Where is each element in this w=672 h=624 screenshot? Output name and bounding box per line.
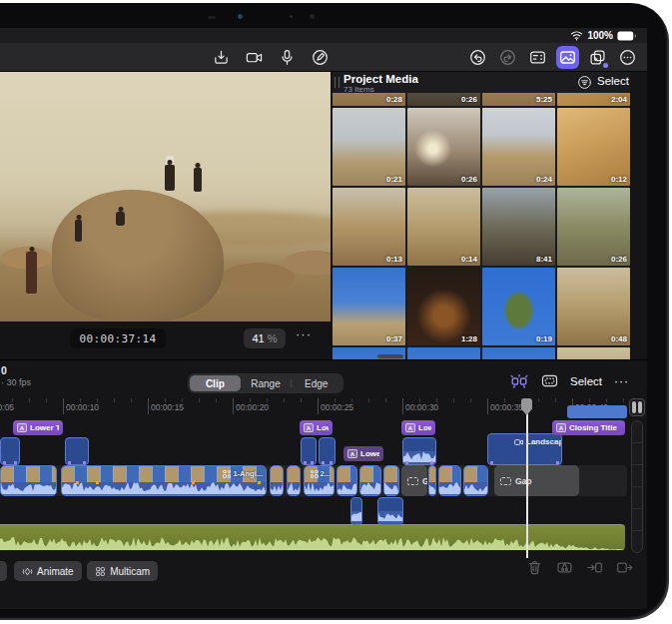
mode-tab-range[interactable]: Range [241,375,292,391]
connected-audio-bar[interactable] [567,405,627,418]
timeline-more-button[interactable]: ··· [614,374,629,388]
gap-clip[interactable]: G [401,465,427,496]
primary-clip[interactable] [438,465,461,496]
ruler-label: 00:00:15 [151,402,184,412]
media-thumbnail[interactable]: 0:48 [557,268,630,345]
clip-duration: 0:37 [386,334,402,343]
media-thumbnail[interactable] [407,347,480,359]
undo-button[interactable] [466,46,489,69]
timeline-zoom-handle[interactable] [629,398,645,416]
primary-clip[interactable] [359,465,381,496]
zoom-level-button[interactable]: 41 % [244,328,286,348]
clip-waveform [1,482,56,495]
clip-waveform [62,482,266,495]
connected-clip[interactable] [319,437,336,465]
media-thumbnail[interactable]: 0:28 [333,93,405,106]
wifi-icon [570,30,583,41]
blade-button[interactable] [556,559,573,576]
title-clip[interactable]: ALow... [300,420,333,435]
media-thumbnail[interactable]: 0:26 [557,188,630,266]
mode-tab-clip[interactable]: Clip [190,375,241,391]
clip-waveform [288,482,300,495]
inspector-button[interactable] [526,46,549,69]
media-thumbnail[interactable] [557,347,630,359]
media-thumbnail[interactable]: 0:14 [407,188,480,266]
insert-button[interactable] [586,559,603,576]
primary-clip[interactable] [287,465,301,496]
primary-clip[interactable] [463,465,488,496]
select-clip-icon[interactable] [541,373,558,388]
effects-button[interactable] [586,46,609,69]
keyframe-marker[interactable] [96,481,99,484]
more-button[interactable] [616,46,639,69]
connected-clip[interactable] [65,437,89,465]
connected-clip[interactable] [0,437,20,465]
primary-clip[interactable]: 1-Angl... [61,465,267,496]
media-browser-button[interactable] [556,46,579,69]
connected-clip[interactable]: Landscap... [487,433,562,465]
primary-clip[interactable] [383,465,399,496]
media-thumbnail[interactable]: 0:24 [482,108,555,186]
viewer[interactable]: 00:00:37:14 41 % ··· [0,72,331,355]
media-thumbnail[interactable]: 0:26 [407,93,480,106]
title-clip[interactable]: ALower... [343,446,383,461]
media-thumbnail[interactable]: 8:41 [482,188,555,266]
audio-clip[interactable] [0,524,625,550]
media-thumbnail[interactable]: 0:13 [333,188,405,266]
viewer-more-button[interactable]: ··· [296,326,312,341]
connected-clip-label: Landscap... [514,437,562,446]
gap-clip[interactable]: Gap [494,465,579,496]
panel-drag-handle[interactable] [335,77,339,88]
clipped-button[interactable] [0,561,7,581]
timecode-display[interactable]: 00:00:37:14 [70,328,166,348]
connected-clip-below[interactable] [350,497,362,525]
keyframe-marker[interactable] [76,481,79,484]
primary-clip[interactable]: 2... [304,465,335,496]
redo-button[interactable] [496,46,519,69]
append-button[interactable] [616,559,633,576]
media-thumbnail[interactable]: 0:26 [407,108,480,186]
clip-duration: 0:13 [386,255,402,264]
media-select-button[interactable]: Select [597,75,629,87]
multicam-icon [223,470,231,478]
mode-tab-edge[interactable]: Edge [291,375,341,391]
title-clip[interactable]: AClosing Title [552,420,625,435]
media-thumbnail[interactable]: 0:12 [557,108,630,186]
clip-filmstrip [439,466,460,482]
animate-button[interactable]: Animate [14,561,82,581]
primary-clip-label: 1-Angl... [223,469,263,478]
media-thumbnail[interactable]: 1:28 [407,268,480,345]
media-thumbnail[interactable]: 5:25 [482,93,555,106]
timeline-select-button[interactable]: Select [570,375,602,387]
filter-icon[interactable] [577,75,592,90]
media-thumbnail[interactable] [482,347,555,359]
primary-clip[interactable] [428,465,436,496]
keyframe-marker[interactable] [192,481,195,484]
import-button[interactable] [210,46,233,69]
title-clip[interactable]: ALower T... [13,420,63,435]
primary-clip[interactable] [270,465,284,496]
media-thumbnail[interactable]: 0:19 [482,268,555,345]
primary-clip[interactable] [336,465,357,496]
media-thumbnail[interactable]: 0:21 [333,108,405,186]
media-thumbnail[interactable]: 0:37 [333,268,405,345]
timeline-drag-handle[interactable] [377,354,403,358]
trash-button[interactable] [526,559,543,576]
timeline-scrollbar[interactable] [631,420,643,553]
enhance-icon[interactable] [509,372,529,389]
timeline-ruler[interactable]: 00:00:0500:00:1000:00:1500:00:2000:00:25… [0,398,631,416]
connected-clip[interactable] [402,437,436,465]
pencil-button[interactable] [309,46,332,69]
camera-button[interactable] [243,46,266,69]
connected-clip-below[interactable] [377,497,403,525]
media-thumbnail[interactable]: 2:04 [557,93,630,106]
primary-clip[interactable] [0,465,57,496]
animate-icon [22,566,33,577]
multicam-button[interactable]: Multicam [87,561,158,581]
microphone-button[interactable] [276,46,299,69]
connected-clip[interactable] [301,437,317,465]
keyframe-marker[interactable] [258,481,261,484]
clip-filmstrip [464,466,487,482]
title-clip[interactable]: ALow... [401,420,435,435]
zoom-unit: % [268,332,278,344]
